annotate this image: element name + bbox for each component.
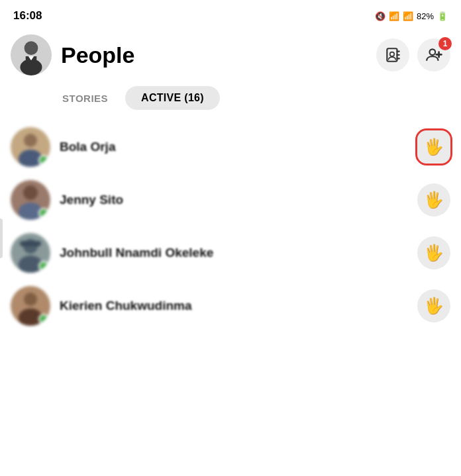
contact-list: Bola Orja🖐 Jenny Sito🖐 Johnbull Nnamdi O… [0, 118, 461, 335]
contact-avatar [11, 127, 50, 167]
online-indicator [38, 314, 49, 324]
notification-badge: 1 [438, 37, 452, 50]
online-indicator [38, 208, 49, 218]
list-item[interactable]: Johnbull Nnamdi Okeleke🖐 [0, 226, 461, 279]
header-actions: 1 [376, 38, 450, 71]
battery-icon: 🔋 [437, 11, 448, 21]
wave-button[interactable]: 🖐 [417, 183, 450, 216]
contact-avatar [11, 286, 50, 326]
header: People 1 [0, 29, 461, 83]
svg-point-10 [430, 49, 436, 55]
status-icons: 🔇 📶 📶 82% 🔋 [375, 11, 448, 21]
svg-point-14 [24, 134, 37, 147]
status-time: 16:08 [13, 9, 42, 23]
status-bar: 16:08 🔇 📶 📶 82% 🔋 [0, 0, 461, 29]
contacts-icon [384, 46, 401, 64]
svg-point-24 [24, 293, 37, 306]
mute-icon: 🔇 [375, 11, 385, 21]
online-indicator [38, 261, 49, 271]
wave-button[interactable]: 🖐 [417, 289, 450, 322]
wave-button[interactable]: 🖐 [417, 236, 450, 269]
online-indicator [38, 155, 49, 166]
add-person-icon [425, 46, 442, 64]
signal-icon: 📶 [403, 11, 413, 21]
page-title: People [61, 42, 367, 68]
battery-text: 82% [417, 11, 434, 21]
contact-name: Kierien Chukwudinma [60, 299, 408, 313]
list-item[interactable]: Bola Orja🖐 [0, 120, 461, 173]
contact-avatar [11, 233, 50, 273]
contact-name: Bola Orja [60, 140, 408, 154]
wifi-icon: 📶 [389, 11, 399, 21]
add-person-button[interactable]: 1 [417, 38, 450, 71]
svg-point-9 [390, 52, 395, 57]
tab-active[interactable]: ACTIVE (16) [125, 86, 220, 110]
tab-stories[interactable]: STORIES [53, 87, 117, 109]
svg-point-17 [23, 185, 38, 200]
wave-button[interactable]: 🖐 [417, 130, 450, 164]
svg-rect-21 [20, 241, 41, 246]
contacts-button[interactable] [376, 38, 409, 71]
contact-name: Jenny Sito [60, 193, 408, 207]
list-item[interactable]: Jenny Sito🖐 [0, 173, 461, 226]
tab-bar: STORIES ACTIVE (16) [0, 83, 461, 118]
contact-avatar [11, 180, 50, 220]
list-item[interactable]: Kierien Chukwudinma🖐 [0, 279, 461, 332]
svg-point-1 [25, 41, 38, 55]
contact-name: Johnbull Nnamdi Okeleke [60, 246, 408, 260]
user-avatar[interactable] [11, 34, 52, 75]
